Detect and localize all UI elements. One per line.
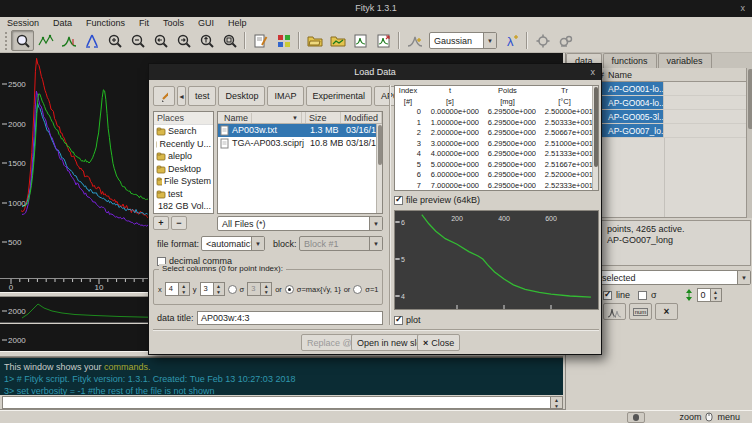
sigma-checkbox-label: σ <box>651 290 657 300</box>
open-session-button[interactable] <box>303 30 326 51</box>
add-vline-mode-button[interactable] <box>80 30 103 51</box>
menu-item[interactable]: Tools <box>156 17 191 29</box>
chevron-down-icon: ▼ <box>737 271 750 284</box>
zoom-mode-button[interactable] <box>11 30 34 51</box>
col-name-header[interactable]: Name <box>606 68 632 81</box>
dialog-close-button[interactable]: x <box>591 64 596 80</box>
function-type-select[interactable]: Gaussian ▼ <box>429 32 497 49</box>
places-item[interactable]: test <box>154 188 213 201</box>
plot-check-row: plot <box>394 315 421 325</box>
file-row[interactable]: TGA-AP003.sciprj 10.8 MB 03/18/18 <box>218 137 382 150</box>
line-checkbox-label: line <box>616 290 630 300</box>
point-size-spinner[interactable]: 0 ▲▼ <box>697 288 722 302</box>
preview-ytick: 6 <box>396 219 405 226</box>
aux-plot-2-ytick: 2000 <box>2 336 26 345</box>
breadcrumb-experimental[interactable]: Experimental <box>306 86 373 106</box>
numbers-toggle-button[interactable]: num <box>629 303 652 320</box>
places-item[interactable]: Search <box>154 125 213 138</box>
save-image-button[interactable] <box>372 30 395 51</box>
remove-place-button[interactable]: − <box>171 216 187 230</box>
file-format-select[interactable]: <automatic> ▼ <box>201 236 265 251</box>
type-location-button[interactable] <box>153 86 175 106</box>
statusbar-mouse-button[interactable] <box>627 412 645 423</box>
file-icon <box>220 125 229 136</box>
export-plot-button[interactable] <box>349 30 372 51</box>
sigma-max-radio[interactable] <box>285 285 294 294</box>
auto-add-button[interactable] <box>403 30 426 51</box>
fit-run-button[interactable] <box>554 30 577 51</box>
breadcrumb-desktop[interactable]: Desktop <box>218 86 265 106</box>
places-item[interactable]: aleplo <box>154 150 213 163</box>
file-list-scrollbar[interactable] <box>376 124 382 214</box>
modified-column-header[interactable]: Modified <box>341 112 382 123</box>
x-column-spinner[interactable]: 4▲▼ <box>165 282 190 296</box>
add-function-button[interactable]: λ <box>500 30 523 51</box>
window-titlebar: Fityk 1.3.1 x <box>0 0 752 17</box>
size-column-header[interactable]: Size <box>306 112 341 123</box>
tab-functions[interactable]: functions <box>603 53 657 68</box>
script-editor-button[interactable] <box>249 30 272 51</box>
open-data-folder-icon <box>330 33 346 49</box>
history-spinner[interactable]: ▲▼ <box>551 396 563 409</box>
place-icon <box>156 164 166 174</box>
file-format-label: file format: <box>157 239 199 249</box>
file-preview-checkbox[interactable] <box>394 196 403 205</box>
dataset-scrollbar[interactable] <box>746 68 752 218</box>
dialog-titlebar: Load Data x <box>149 64 601 80</box>
settings-button[interactable] <box>272 30 295 51</box>
preview-row: 2 2.00000e+000 6.29500e+000 2.50667e+001 <box>395 128 598 139</box>
name-column-header[interactable]: Name ▼ <box>218 112 306 123</box>
add-peak-mode-button[interactable] <box>57 30 80 51</box>
breadcrumb-imap[interactable]: IMAP <box>267 86 303 106</box>
scrollbar-thumb[interactable] <box>594 87 598 167</box>
menu-item[interactable]: Help <box>221 17 254 29</box>
menu-item[interactable]: GUI <box>191 17 221 29</box>
preview-xtick: 200 <box>451 215 463 308</box>
zoom-in-button[interactable] <box>103 30 126 51</box>
zoom-vert-button[interactable] <box>195 30 218 51</box>
right-click-hint: menu <box>717 412 740 422</box>
pencil-icon <box>160 90 168 102</box>
window-title: Fityk 1.3.1 <box>355 3 397 13</box>
fit-undo-button[interactable] <box>531 30 554 51</box>
line-checkbox[interactable] <box>603 291 612 300</box>
close-button[interactable]: ×Close <box>417 334 460 351</box>
y-column-spinner[interactable]: 3▲▼ <box>200 282 225 296</box>
menu-item[interactable]: Session <box>0 17 46 29</box>
add-place-button[interactable]: + <box>153 216 169 230</box>
sigma-checkbox[interactable] <box>638 291 647 300</box>
data-range-mode-button[interactable] <box>34 30 57 51</box>
open-data-button[interactable] <box>326 30 349 51</box>
command-input[interactable] <box>2 396 551 409</box>
path-back-button[interactable]: ◄ <box>177 86 186 106</box>
magnifier-icon <box>15 33 31 49</box>
breadcrumb-test[interactable]: test <box>188 86 217 106</box>
places-item[interactable]: Recently U... <box>154 138 213 151</box>
window-close-button[interactable]: x <box>741 0 746 17</box>
sigma-column-radio[interactable] <box>228 285 237 294</box>
file-filter-select[interactable]: All Files (*) ▼ <box>217 216 383 231</box>
zoom-prev-button[interactable] <box>149 30 172 51</box>
toolbar-separator <box>244 32 246 49</box>
plot-checkbox[interactable] <box>394 316 403 325</box>
menu-item[interactable]: Functions <box>79 17 132 29</box>
zoom-next-button[interactable] <box>172 30 195 51</box>
places-item[interactable]: Desktop <box>154 163 213 176</box>
file-row[interactable]: AP003w.txt 1.3 MB 03/16/18 <box>218 124 382 137</box>
zoom-all-button[interactable] <box>218 30 241 51</box>
places-item[interactable]: File System <box>154 175 213 188</box>
places-item[interactable]: 182 GB Vol... <box>154 200 213 213</box>
preview-ytick: 5 <box>396 256 405 263</box>
data-title-input[interactable]: AP003w:4:3 <box>197 311 383 325</box>
menu-item[interactable]: Data <box>46 17 79 29</box>
scrollbar-thumb[interactable] <box>378 125 382 165</box>
preview-table-scrollbar[interactable] <box>592 86 598 190</box>
menubar: SessionDataFunctionsFitToolsGUIHelp <box>0 17 752 29</box>
show-functions-button[interactable] <box>603 303 626 320</box>
sigma-one-radio[interactable] <box>353 285 362 294</box>
scrollbar-thumb[interactable] <box>748 69 752 129</box>
zoom-out-button[interactable] <box>126 30 149 51</box>
tab-variables[interactable]: variables <box>658 53 712 68</box>
delete-dataset-button[interactable]: × <box>655 303 678 320</box>
menu-item[interactable]: Fit <box>132 17 156 29</box>
